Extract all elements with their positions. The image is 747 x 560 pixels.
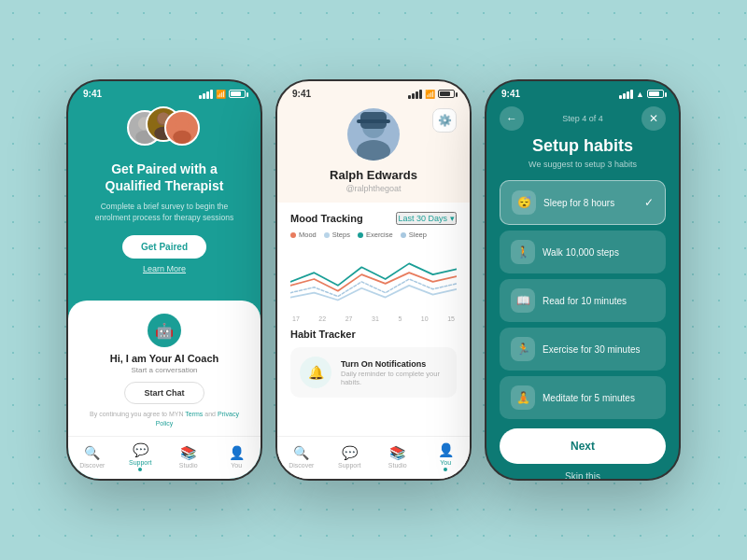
nav-discover-2[interactable]: 🔍 Discover <box>284 445 319 469</box>
notif-text: Turn On Notifications Daily reminder to … <box>341 359 447 386</box>
profile-name: Ralph Edwards <box>330 168 417 182</box>
close-button[interactable]: ✕ <box>641 106 666 131</box>
start-chat-button[interactable]: Start Chat <box>124 382 204 404</box>
svg-point-5 <box>176 117 189 130</box>
habits-list: 😴 Sleep for 8 hours ✓ 🚶 Walk 10,000 step… <box>500 180 666 419</box>
sleep-dot <box>401 232 406 238</box>
notif-title: Turn On Notifications <box>341 359 447 369</box>
terms-text: By continuing you agree to MYN Terms and… <box>83 410 246 428</box>
svg-rect-10 <box>357 119 390 123</box>
phone2-main: ⚙️ Ralph Edwards @ralphthegoat Mood Trac… <box>277 103 470 436</box>
settings-button[interactable]: ⚙️ <box>432 108 457 133</box>
status-bar-2: 9:41 📶 <box>277 81 470 103</box>
steps-dot <box>324 232 330 238</box>
period-label: Last 30 Days <box>398 214 447 223</box>
mood-chart: 1722273151015 <box>290 246 457 321</box>
habit-label-read: Read for 10 minutes <box>543 296 627 306</box>
legend-sleep: Sleep <box>401 231 427 239</box>
habit-label-meditate: Meditate for 5 minutes <box>543 393 635 403</box>
mood-title: Mood Tracking <box>290 213 363 224</box>
check-icon-sleep: ✓ <box>644 196 654 209</box>
habit-left-read: 📖 Read for 10 minutes <box>511 288 627 313</box>
nav-studio-label: Studio <box>179 462 198 469</box>
habit-label-walk: Walk 10,000 steps <box>543 247 619 258</box>
phone3-main: ← Step 4 of 4 ✕ Setup habits We suggest … <box>486 103 679 479</box>
chart-legend: Mood Steps Exercise Sleep <box>290 231 457 239</box>
chart-x-labels: 1722273151015 <box>290 315 457 322</box>
habit-left-exercise: 🏃 Exercise for 30 minutes <box>511 337 641 361</box>
svg-point-6 <box>173 131 191 144</box>
ai-coach-sub: Start a conversation <box>131 366 197 374</box>
active-dot-2 <box>444 468 447 471</box>
back-button[interactable]: ← <box>500 106 524 131</box>
studio-icon: 📚 <box>180 445 196 460</box>
meditate-icon: 🧘 <box>511 385 535 410</box>
phone1-main: Get Paired with a Qualified Therapist Co… <box>68 103 261 301</box>
nav-discover-1[interactable]: 🔍 Discover <box>75 445 110 469</box>
read-icon: 📖 <box>511 288 535 313</box>
studio-icon-2: 📚 <box>389 445 405 460</box>
period-selector[interactable]: Last 30 Days ▾ <box>396 212 457 225</box>
step-indicator: Step 4 of 4 <box>562 114 603 123</box>
habit-item-sleep[interactable]: 😴 Sleep for 8 hours ✓ <box>500 180 666 225</box>
nav-support-label: Support <box>129 459 152 466</box>
nav-1: 🔍 Discover 💬 Support 📚 Studio 👤 You <box>68 436 261 479</box>
habit-label-sleep: Sleep for 8 hours <box>543 198 614 208</box>
legend-exercise: Exercise <box>358 231 393 239</box>
exercise-dot <box>358 232 363 238</box>
habit-item-read[interactable]: 📖 Read for 10 minutes <box>500 279 666 322</box>
legend-steps: Steps <box>324 231 350 239</box>
habit-tracker-section: Habit Tracker 🔔 Turn On Notifications Da… <box>290 329 457 398</box>
profile-header: ⚙️ Ralph Edwards @ralphthegoat <box>277 103 470 203</box>
nav-support-1[interactable]: 💬 Support <box>122 442 158 471</box>
nav-discover-label: Discover <box>79 462 105 469</box>
habit-item-walk[interactable]: 🚶 Walk 10,000 steps <box>500 231 666 273</box>
habit-item-meditate[interactable]: 🧘 Meditate for 5 minutes <box>500 376 666 419</box>
discover-icon-2: 🔍 <box>293 445 309 460</box>
nav-studio-1[interactable]: 📚 Studio <box>171 445 206 469</box>
mood-section-header: Mood Tracking Last 30 Days ▾ <box>290 203 457 231</box>
phone-therapist: 9:41 📶 <box>66 79 262 481</box>
phone-profile: 9:41 📶 ⚙️ Ralph Edwards @ralphthegoat <box>275 79 472 481</box>
notif-sub: Daily reminder to complete your habits. <box>341 370 447 386</box>
step-header: ← Step 4 of 4 ✕ <box>500 103 666 136</box>
setup-subtitle: We suggest to setup 3 habits <box>500 160 666 169</box>
notification-card: 🔔 Turn On Notifications Daily reminder t… <box>290 347 457 398</box>
status-icons-2: 📶 <box>408 90 455 99</box>
you-icon-2: 👤 <box>438 442 454 457</box>
status-icons-1: 📶 <box>199 90 246 99</box>
nav-studio-2[interactable]: 📚 Studio <box>380 445 416 469</box>
habit-left-walk: 🚶 Walk 10,000 steps <box>511 240 619 264</box>
time-3: 9:41 <box>501 89 520 99</box>
habit-left-sleep: 😴 Sleep for 8 hours <box>512 190 614 215</box>
exercise-icon: 🏃 <box>511 337 535 361</box>
therapist-avatars <box>127 106 202 149</box>
ai-coach-section: 🤖 Hi, I am Your AI Coach Start a convers… <box>68 301 261 436</box>
phone-habits: 9:41 ▲ ← Step 4 of 4 ✕ Setup habits We s… <box>485 79 681 481</box>
nav-you-label: You <box>231 462 242 469</box>
chevron-down-icon: ▾ <box>450 214 455 223</box>
svg-point-8 <box>357 140 390 161</box>
notification-icon: 🔔 <box>300 357 331 388</box>
nav-you-2[interactable]: 👤 You <box>428 442 463 471</box>
therapist-heading: Get Paired with a Qualified Therapist <box>83 161 246 194</box>
nav-support-2[interactable]: 💬 Support <box>331 445 367 469</box>
learn-more-link[interactable]: Learn More <box>143 264 186 273</box>
ai-coach-icon: 🤖 <box>148 314 181 347</box>
habit-label-exercise: Exercise for 30 minutes <box>543 344 641 355</box>
avatar-3 <box>164 110 200 146</box>
next-button[interactable]: Next <box>500 428 666 464</box>
get-paired-button[interactable]: Get Paired <box>122 235 206 259</box>
ai-coach-title: Hi, I am Your AI Coach <box>110 353 219 364</box>
setup-title: Setup habits <box>500 136 666 156</box>
sleep-icon: 😴 <box>512 190 536 215</box>
habit-item-exercise[interactable]: 🏃 Exercise for 30 minutes <box>500 328 666 371</box>
active-dot <box>138 468 142 471</box>
legend-mood: Mood <box>290 231 317 239</box>
therapist-subtitle: Complete a brief survey to begin the enr… <box>83 202 246 224</box>
profile-scroll: Mood Tracking Last 30 Days ▾ Mood Steps <box>277 203 470 436</box>
status-bar-3: 9:41 ▲ <box>486 81 679 103</box>
nav-you-1[interactable]: 👤 You <box>218 445 254 469</box>
support-icon: 💬 <box>133 442 148 457</box>
skip-button[interactable]: Skip this <box>565 471 600 479</box>
